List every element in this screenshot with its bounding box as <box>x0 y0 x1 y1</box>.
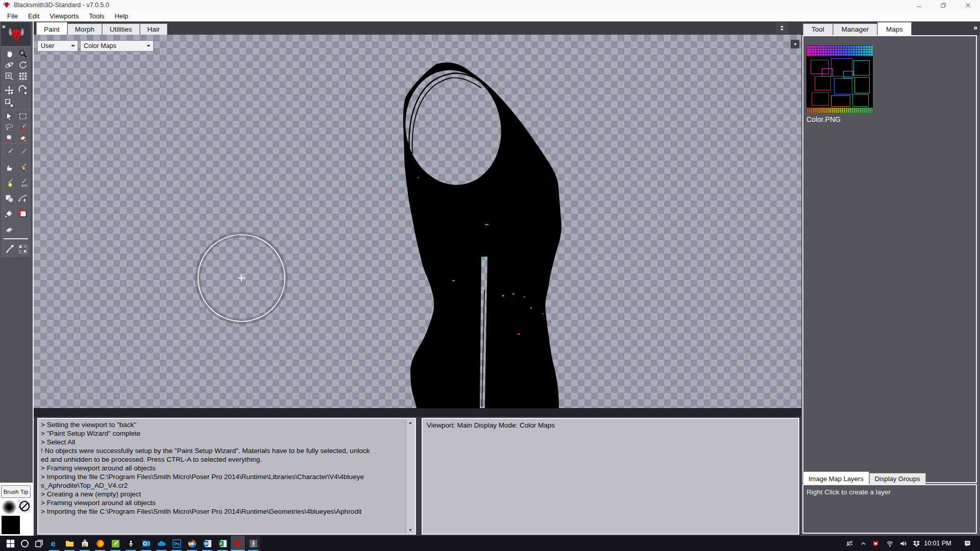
layers-panel[interactable]: Right Click to create a layer <box>802 484 977 534</box>
menu-tools[interactable]: Tools <box>84 11 109 21</box>
select-paint-button[interactable] <box>16 121 30 132</box>
viewport-canvas[interactable]: User Color Maps <box>34 35 801 408</box>
tab-morph[interactable]: Morph <box>67 23 102 35</box>
taskbar-edge-icon[interactable]: e <box>47 536 61 551</box>
collapse-sidebar-icon[interactable]: « <box>2 23 6 30</box>
taskbar-word-icon[interactable]: W <box>200 536 214 551</box>
empty-cell <box>16 221 30 236</box>
refresh-rotate-button[interactable] <box>16 59 30 70</box>
paint-speckle <box>418 177 419 178</box>
scroll-down-icon[interactable] <box>406 526 414 534</box>
console-log-panel[interactable]: > Setting the viewport to "back"> "Paint… <box>37 418 416 535</box>
tray-wifi-icon[interactable] <box>883 536 896 551</box>
move-object-button[interactable] <box>2 84 16 96</box>
scale-object-button[interactable] <box>2 96 16 109</box>
maps-mode-dropdown[interactable]: Color Maps <box>80 40 154 52</box>
paint-speckle <box>518 334 520 335</box>
user-dropdown[interactable]: User <box>37 40 78 52</box>
taskbar-ms-store-icon[interactable] <box>78 536 92 551</box>
tray-action-center-icon[interactable] <box>961 536 974 551</box>
viewport-divider <box>34 408 801 417</box>
color-wheel-brush-button[interactable] <box>16 160 30 175</box>
orbit-rotate-button[interactable] <box>2 59 16 70</box>
right-panel: ToolManagerMaps » Color.PNG Image Map La… <box>801 21 980 536</box>
pattern-fill-button[interactable] <box>16 241 30 257</box>
tray-volume-icon[interactable] <box>896 536 910 551</box>
tray-people-icon[interactable] <box>842 536 855 551</box>
taskbar-outlook-icon[interactable] <box>139 536 153 551</box>
taskbar-firefox-icon[interactable] <box>93 536 107 551</box>
scroll-down-icon[interactable] <box>791 40 799 48</box>
right-tab-manager[interactable]: Manager <box>833 23 877 35</box>
smudge-finger-button[interactable] <box>2 160 16 175</box>
tray-chevron-up-icon[interactable] <box>856 536 870 551</box>
no-brush-icon[interactable] <box>18 499 31 513</box>
zoom-magnifier-button[interactable] <box>16 48 30 59</box>
viewport-status-panel: Viewport: Main Display Mode: Color Maps <box>422 418 799 535</box>
eraser-tool-button[interactable] <box>2 221 16 236</box>
right-tab-maps[interactable]: Maps <box>877 22 912 35</box>
tab-hair[interactable]: Hair <box>140 23 168 35</box>
menu-edit[interactable]: Edit <box>23 11 44 21</box>
layers-tab-image-map-layers[interactable]: Image Map Layers <box>803 471 869 484</box>
menu-help[interactable]: Help <box>110 11 134 21</box>
logo-panel[interactable]: « <box>1 22 31 46</box>
select-fill-button[interactable] <box>2 132 16 143</box>
soft-brush-button[interactable] <box>16 144 30 160</box>
taskbar-onedrive-icon[interactable] <box>154 536 168 551</box>
taskbar-person-app-icon[interactable] <box>124 536 138 551</box>
taskbar-clock[interactable]: 10:01 PM <box>921 536 954 551</box>
path-tool-button[interactable] <box>16 190 30 206</box>
layer-frame-tool-button[interactable] <box>16 206 30 221</box>
gradient-tool-button[interactable] <box>2 206 16 221</box>
etc-brush-button[interactable]: ETC. <box>16 175 30 190</box>
rotate-object-button[interactable] <box>16 84 30 96</box>
scroll-up-icon[interactable] <box>406 419 414 427</box>
tray-dropbox-icon[interactable] <box>910 536 923 551</box>
select-erase-button[interactable] <box>16 132 30 143</box>
soft-brush-preview[interactable] <box>2 499 17 515</box>
hard-brush-preview[interactable] <box>2 516 20 534</box>
taskbar-file-explorer-icon[interactable] <box>62 536 77 551</box>
tool-group-2 <box>1 83 31 110</box>
taskbar-media-app-icon[interactable] <box>185 536 199 551</box>
brush-tip-panel: Brush Tip <box>0 483 33 536</box>
grid-select-button[interactable] <box>16 70 30 82</box>
pan-hand-button[interactable] <box>2 48 16 59</box>
paint-speckle <box>502 295 504 296</box>
select-marquee-button[interactable] <box>16 111 30 121</box>
select-lasso-button[interactable] <box>2 121 16 132</box>
taskbar-blacksmith3d-icon[interactable] <box>231 536 245 551</box>
spinner-up-icon[interactable] <box>776 22 788 34</box>
close-button[interactable] <box>959 0 977 10</box>
log-scrollbar[interactable] <box>406 419 415 534</box>
taskbar-task-view-icon[interactable] <box>32 536 46 551</box>
minimize-button[interactable] <box>910 0 928 10</box>
eyedropper-button[interactable] <box>2 241 16 257</box>
taskbar-start-icon[interactable] <box>3 536 17 551</box>
restore-button[interactable] <box>934 0 952 10</box>
tab-paint[interactable]: Paint <box>36 22 67 35</box>
taskbar-photoshop-icon[interactable]: Ps <box>169 536 184 551</box>
chevron-down-icon <box>71 45 75 49</box>
menu-viewports[interactable]: Viewports <box>44 11 84 21</box>
paint-brush-button[interactable] <box>2 144 16 160</box>
taskbar-green-app-icon[interactable] <box>108 536 122 551</box>
frame-zoom-button[interactable] <box>2 70 16 82</box>
tray-mcafee-icon[interactable] <box>869 536 882 551</box>
select-cursor-button[interactable] <box>2 111 16 121</box>
brush-tip-button[interactable]: Brush Tip <box>1 485 31 498</box>
light-brush-button[interactable] <box>2 175 16 190</box>
taskbar-excel-icon[interactable]: X <box>215 536 230 551</box>
taskbar-pose-app-icon[interactable] <box>246 536 260 551</box>
layers-tab-display-groups[interactable]: Display Groups <box>869 473 926 484</box>
shape-tool-button[interactable] <box>2 190 16 206</box>
menu-file[interactable]: File <box>2 11 23 21</box>
color-map-thumbnail[interactable] <box>806 45 873 113</box>
paint-speckle <box>512 293 514 294</box>
expand-panel-icon[interactable]: » <box>973 23 977 32</box>
tab-utilities[interactable]: Utilities <box>102 23 140 35</box>
right-tab-tool[interactable]: Tool <box>803 23 833 35</box>
user-dropdown-value: User <box>41 42 54 49</box>
taskbar-cortana-icon[interactable] <box>17 536 32 551</box>
